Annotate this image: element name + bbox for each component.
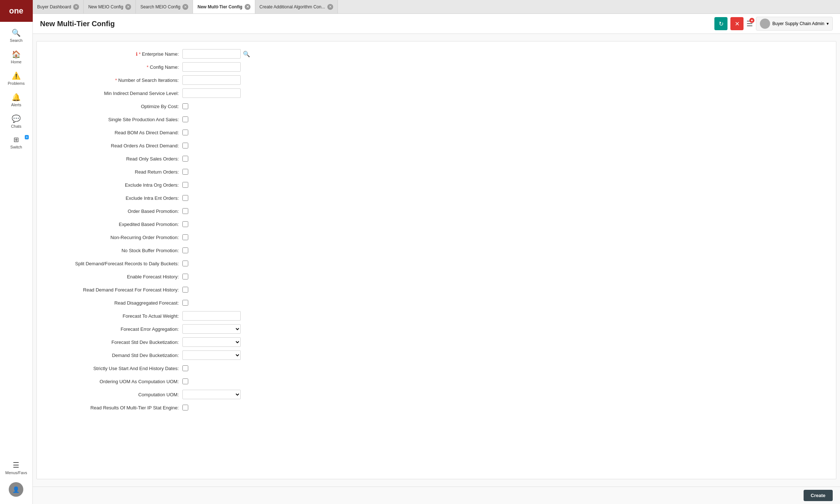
row-read-bom: Read BOM As Direct Demand:	[37, 127, 836, 138]
read-demand-forecast-checkbox[interactable]	[182, 287, 188, 293]
order-based-promo-checkbox[interactable]	[182, 208, 188, 214]
tab-label-new-multi-tier: New Multi-Tier Config	[197, 4, 242, 9]
demand-std-dev-select[interactable]	[182, 350, 241, 360]
row-single-site: Single Site Production And Sales:	[37, 114, 836, 124]
read-results-multi-tier-checkbox[interactable]	[182, 405, 188, 410]
row-read-disaggregated: Read Disaggregated Forecast:	[37, 298, 836, 308]
tab-close-search-meio[interactable]: ✕	[182, 4, 188, 10]
tab-close-new-meio[interactable]: ✕	[125, 4, 131, 10]
row-read-demand-forecast: Read Demand Forecast For Forecast Histor…	[37, 285, 836, 295]
close-button[interactable]: ✕	[730, 17, 744, 30]
row-read-only-sales: Read Only Sales Orders:	[37, 154, 836, 164]
strictly-use-history-checkbox[interactable]	[182, 365, 188, 371]
content-area: ℹ * Enterprise Name: 🔍 * Config Name:	[33, 34, 840, 487]
computation-uom-select[interactable]	[182, 390, 241, 399]
row-optimize-by-cost: Optimize By Cost:	[37, 101, 836, 111]
label-order-based-promo: Order Based Promotion:	[37, 209, 182, 214]
sidebar-label-menus: Menus/Favs	[5, 471, 27, 475]
refresh-button[interactable]: ↻	[714, 17, 727, 30]
min-indirect-demand-input[interactable]	[182, 88, 241, 98]
create-button[interactable]: Create	[804, 490, 833, 501]
required-mark-iter: *	[115, 78, 118, 83]
label-read-bom: Read BOM As Direct Demand:	[37, 130, 182, 135]
no-stock-buffer-checkbox[interactable]	[182, 247, 188, 253]
alerts-icon: 🔔	[12, 93, 21, 102]
label-forecast-error-agg: Forecast Error Aggregation:	[37, 326, 182, 332]
non-recurring-promo-checkbox[interactable]	[182, 234, 188, 240]
label-read-return-orders: Read Return Orders:	[37, 169, 182, 175]
read-only-sales-checkbox[interactable]	[182, 156, 188, 162]
label-single-site: Single Site Production And Sales:	[37, 117, 182, 122]
label-exclude-intra-ent: Exclude Intra Ent Orders:	[37, 195, 182, 201]
user-dropdown[interactable]: Buyer Supply Chain Admin ▾	[756, 17, 833, 31]
sidebar-item-switch[interactable]: ⊞ ≡ Switch	[0, 132, 32, 153]
enable-forecast-checkbox[interactable]	[182, 274, 188, 279]
problems-icon: ⚠️	[12, 71, 21, 80]
row-no-stock-buffer: No Stock Buffer Promotion:	[37, 245, 836, 255]
sidebar-item-search[interactable]: 🔍 Search	[0, 25, 32, 46]
tab-label-new-meio: New MEIO Config	[88, 4, 123, 9]
label-enable-forecast: Enable Forecast History:	[37, 274, 182, 279]
sidebar-item-problems[interactable]: ⚠️ Problems	[0, 68, 32, 89]
user-name: Buyer Supply Chain Admin	[772, 21, 824, 26]
tab-close-buyer-dashboard[interactable]: ✕	[73, 4, 79, 10]
row-order-based-promo: Order Based Promotion:	[37, 206, 836, 216]
tab-bar: Buyer Dashboard ✕ New MEIO Config ✕ Sear…	[33, 0, 840, 14]
label-exclude-intra-org: Exclude Intra Org Orders:	[37, 182, 182, 188]
tab-close-create-additional[interactable]: ✕	[327, 4, 333, 10]
exclude-intra-org-checkbox[interactable]	[182, 182, 188, 188]
config-name-input[interactable]	[182, 62, 241, 72]
sidebar-item-menus[interactable]: ☰ Menus/Favs	[4, 457, 29, 479]
sidebar-avatar[interactable]: 👤	[4, 479, 29, 500]
forecast-std-dev-select[interactable]	[182, 337, 241, 347]
menu-button[interactable]: ☰ ★	[746, 19, 753, 28]
optimize-by-cost-checkbox[interactable]	[182, 103, 188, 109]
form-container: ℹ * Enterprise Name: 🔍 * Config Name:	[36, 41, 836, 479]
read-orders-direct-checkbox[interactable]	[182, 143, 188, 148]
split-demand-checkbox[interactable]	[182, 261, 188, 266]
row-read-return-orders: Read Return Orders:	[37, 167, 836, 177]
label-split-demand: Split Demand/Forecast Records to Daily B…	[37, 261, 182, 266]
read-disaggregated-checkbox[interactable]	[182, 300, 188, 306]
row-demand-std-dev: Demand Std Dev Bucketization:	[37, 350, 836, 360]
page-title: New Multi-Tier Config	[40, 20, 714, 28]
sidebar-label-search: Search	[10, 38, 23, 43]
chats-icon: 💬	[12, 114, 21, 123]
row-read-orders-direct: Read Orders As Direct Demand:	[37, 140, 836, 151]
enterprise-name-input[interactable]	[182, 49, 241, 59]
tab-create-additional-algorithm[interactable]: Create Additional Algorithm Con... ✕	[255, 0, 338, 13]
row-exclude-intra-org: Exclude Intra Org Orders:	[37, 180, 836, 190]
exclude-intra-ent-checkbox[interactable]	[182, 195, 188, 201]
sidebar-item-home[interactable]: 🏠 Home	[0, 46, 32, 68]
row-enterprise-name: ℹ * Enterprise Name: 🔍	[37, 49, 836, 59]
enterprise-search-button[interactable]: 🔍	[243, 51, 250, 57]
read-bom-checkbox[interactable]	[182, 130, 188, 135]
sidebar-item-chats[interactable]: 💬 Chats	[0, 111, 32, 132]
label-read-disaggregated: Read Disaggregated Forecast:	[37, 300, 182, 306]
forecast-actual-weight-input[interactable]	[182, 311, 241, 321]
menus-icon: ☰	[13, 461, 19, 469]
tab-search-meio-config[interactable]: Search MEIO Config ✕	[136, 0, 193, 13]
label-expedited-promo: Expedited Based Promotion:	[37, 222, 182, 227]
sidebar-item-alerts[interactable]: 🔔 Alerts	[0, 89, 32, 111]
expedited-promo-checkbox[interactable]	[182, 221, 188, 227]
tab-close-new-multi-tier[interactable]: ✕	[245, 4, 251, 10]
row-enable-forecast: Enable Forecast History:	[37, 271, 836, 282]
row-forecast-std-dev: Forecast Std Dev Bucketization:	[37, 337, 836, 347]
num-iterations-input[interactable]	[182, 75, 241, 85]
app-logo[interactable]: one	[0, 0, 33, 22]
tab-new-multi-tier[interactable]: New Multi-Tier Config ✕	[193, 0, 255, 13]
tab-buyer-dashboard[interactable]: Buyer Dashboard ✕	[33, 0, 84, 13]
tab-new-meio-config[interactable]: New MEIO Config ✕	[84, 0, 136, 13]
label-non-recurring-promo: Non-Recurring Order Promotion:	[37, 235, 182, 240]
read-return-orders-checkbox[interactable]	[182, 169, 188, 175]
sidebar-label-chats: Chats	[11, 124, 21, 128]
row-computation-uom: Computation UOM:	[37, 389, 836, 400]
sidebar-label-problems: Problems	[8, 81, 24, 86]
ordering-uom-checkbox[interactable]	[182, 378, 188, 384]
single-site-checkbox[interactable]	[182, 116, 188, 122]
label-read-results-multi-tier: Read Results Of Multi-Tier IP Stat Engin…	[37, 405, 182, 410]
row-exclude-intra-ent: Exclude Intra Ent Orders:	[37, 193, 836, 203]
forecast-error-agg-select[interactable]	[182, 324, 241, 334]
row-min-indirect-demand: Min Indirect Demand Service Level:	[37, 88, 836, 98]
